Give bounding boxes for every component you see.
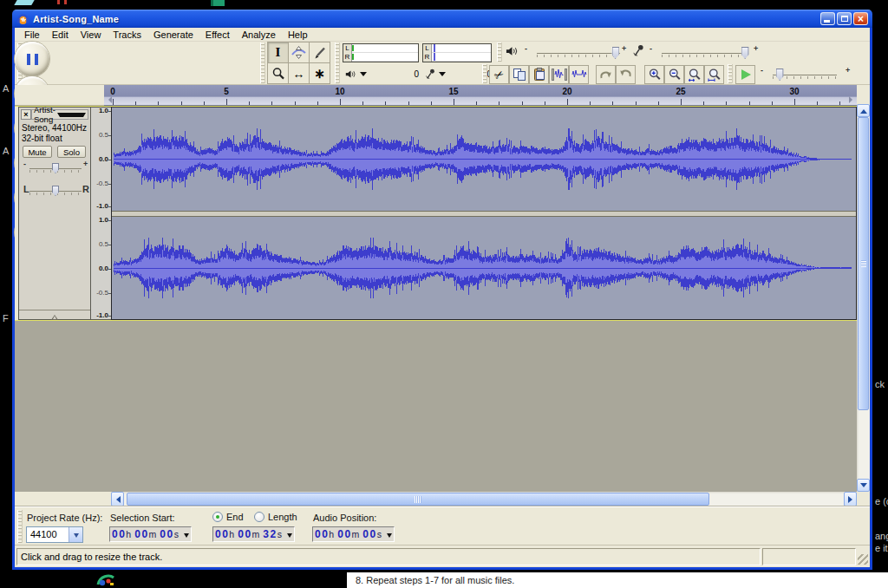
cut-button[interactable]: ✂ [489, 65, 509, 84]
titlebar[interactable]: Artist-Song_Name × [12, 10, 872, 28]
copy-button[interactable] [509, 65, 529, 84]
ruler-tick [408, 101, 409, 105]
gain-plus-label: + [83, 160, 88, 168]
audio-position-field[interactable]: 00h00m00s [312, 526, 395, 542]
waveform-channel-left[interactable] [112, 108, 856, 211]
toolbar-grip[interactable] [335, 42, 340, 83]
trim-button[interactable] [549, 65, 569, 84]
menu-generate[interactable]: Generate [147, 29, 199, 41]
timeline-label: 15 [445, 87, 462, 96]
output-volume-track[interactable] [537, 53, 620, 54]
timefield-dropdown-icon[interactable] [287, 533, 292, 540]
end-radio-label[interactable]: End [226, 512, 244, 522]
track-gain-slider[interactable] [29, 161, 82, 175]
selection-tool-button[interactable]: I [267, 42, 289, 63]
waveform-channel-right[interactable] [112, 217, 856, 319]
length-radio-label[interactable]: Length [268, 512, 297, 522]
speaker-icon [345, 69, 356, 79]
undo-button[interactable] [596, 65, 616, 84]
timefield-dropdown-icon[interactable] [184, 533, 189, 540]
fit-selection-icon [688, 68, 702, 82]
meter-scale-label: 0 [414, 69, 419, 79]
envelope-tool-button[interactable] [288, 42, 310, 63]
combo-dropdown-button[interactable] [69, 527, 82, 542]
vertical-scroll-thumb[interactable] [858, 117, 869, 410]
scroll-left-button[interactable] [111, 492, 124, 506]
scroll-right-button[interactable] [844, 492, 857, 506]
toolbar-grip[interactable] [17, 510, 23, 543]
timeline-label: 30 [786, 87, 803, 96]
project-rate-select[interactable]: 44100 [26, 526, 83, 543]
input-volume-track[interactable] [662, 53, 745, 54]
project-rate-value: 44100 [27, 527, 69, 542]
menu-analyze[interactable]: Analyze [236, 29, 282, 41]
zoom-in-icon [648, 68, 662, 82]
maximize-button[interactable] [837, 12, 852, 25]
menu-edit[interactable]: Edit [46, 29, 75, 41]
waveform-display[interactable] [111, 107, 857, 320]
timeline-ruler[interactable]: 051015202530 [104, 85, 857, 106]
pause-button[interactable] [15, 42, 49, 76]
zoom-in-button[interactable] [644, 65, 664, 84]
paste-button[interactable] [529, 65, 549, 84]
project-rate-label: Project Rate (Hz): [27, 513, 102, 523]
zoom-out-button[interactable] [664, 65, 684, 84]
undo-icon [598, 69, 613, 81]
track-pan-slider[interactable] [29, 184, 82, 198]
input-meter-dropdown-icon[interactable] [439, 72, 446, 80]
menu-view[interactable]: View [75, 29, 108, 41]
playback-speed-slider[interactable] [766, 67, 844, 82]
status-cell-secondary [762, 548, 856, 565]
input-volume-slider[interactable] [655, 45, 752, 61]
toolbar-grip[interactable] [497, 42, 502, 62]
draw-tool-icon [313, 46, 327, 60]
menu-tracks[interactable]: Tracks [107, 29, 147, 41]
menu-help[interactable]: Help [282, 29, 314, 41]
mute-button[interactable]: Mute [23, 146, 52, 158]
output-level-meter[interactable]: L R [343, 43, 419, 62]
close-button[interactable]: × [853, 12, 868, 25]
timefield-dropdown-icon[interactable] [387, 533, 392, 540]
play-at-speed-button[interactable] [735, 65, 755, 84]
toolbar-grip[interactable] [728, 64, 733, 83]
fit-selection-button[interactable] [684, 65, 704, 84]
silence-button[interactable] [569, 65, 589, 84]
vertical-scrollbar[interactable] [857, 104, 870, 492]
end-radio[interactable] [212, 512, 223, 522]
multi-tool-button[interactable]: ∗ [309, 62, 330, 84]
meter-bar [432, 53, 491, 62]
meter-channel-label: R [343, 53, 352, 62]
toolbar-grip[interactable] [482, 64, 487, 83]
ruler-tick [431, 101, 432, 105]
draw-tool-button[interactable] [309, 42, 330, 63]
input-level-meter[interactable]: L R [422, 43, 492, 62]
output-volume-slider[interactable] [530, 45, 627, 61]
selection-end-field[interactable]: 00h00m32s [212, 526, 295, 542]
horizontal-scroll-thumb[interactable] [127, 493, 709, 506]
redo-button[interactable] [616, 65, 636, 84]
fit-project-button[interactable] [704, 65, 724, 84]
meter-bar [432, 44, 491, 53]
menu-file[interactable]: File [18, 29, 46, 41]
fit-project-icon [708, 68, 722, 82]
selection-start-field[interactable]: 00h00m00s [109, 526, 192, 542]
horizontal-scrollbar[interactable] [111, 492, 857, 506]
scroll-up-button[interactable] [857, 104, 870, 117]
toolbar-grip[interactable] [260, 42, 265, 83]
track-close-button[interactable]: × [21, 109, 31, 120]
track-name-menu[interactable]: Artist-Song [31, 109, 88, 120]
output-meter-dropdown-icon[interactable] [360, 72, 367, 80]
minimize-button[interactable] [820, 12, 835, 25]
channel-divider[interactable] [112, 211, 856, 217]
zoom-tool-button[interactable] [267, 62, 289, 84]
meter-level [352, 54, 354, 60]
solo-button[interactable]: Solo [57, 146, 86, 158]
length-radio[interactable] [254, 512, 264, 522]
vertical-scale-ruler[interactable]: 1.00.50.0-0.5-1.01.00.50.0-0.5-1.0 [91, 107, 111, 320]
ruler-tick [726, 101, 727, 105]
track-collapse-button[interactable] [19, 310, 90, 321]
window-resize-grip[interactable] [858, 554, 868, 565]
menu-effect[interactable]: Effect [199, 29, 236, 41]
timeshift-tool-button[interactable]: ↔ [288, 62, 310, 84]
scroll-down-button[interactable] [857, 479, 870, 492]
